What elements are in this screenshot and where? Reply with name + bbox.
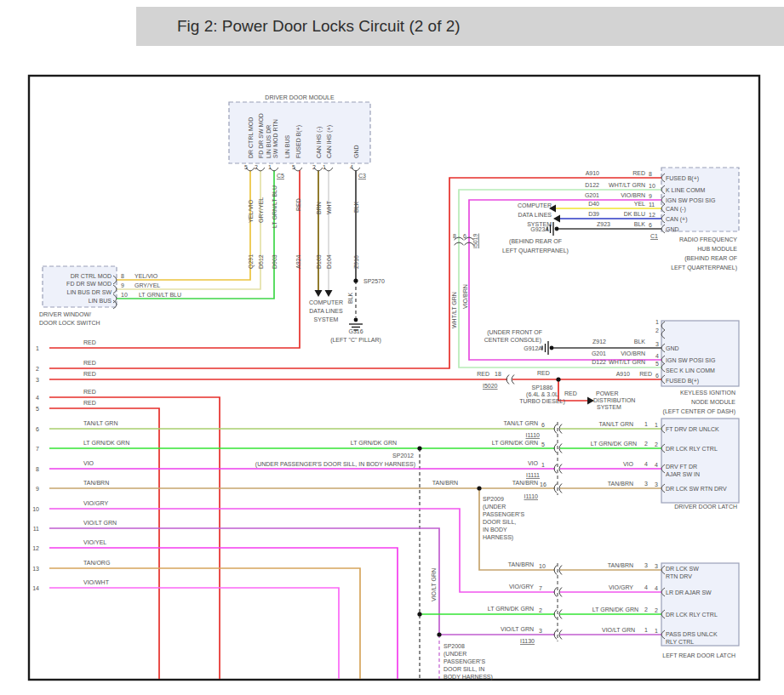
diagram-label: HARNESS) [483, 534, 513, 541]
diagram-label: LIN BUS DR SW [66, 289, 112, 295]
diagram-label: LIN BUS DR [266, 125, 272, 158]
diagram-label: COMPUTER [518, 202, 552, 208]
diagram-label: FD DR SW MOD [258, 113, 264, 158]
diagram-label: LIN BUS [89, 298, 112, 304]
diagram-label: D104 [326, 254, 332, 269]
diagram-label: 11 [649, 202, 655, 208]
diagram-label: RED [477, 371, 489, 377]
diagram-label: (6.4L & 3.0L [526, 391, 558, 398]
diagram-label: 3 [644, 562, 648, 568]
splice-sp2008 [437, 632, 441, 636]
diagram-label: DISTRIBUTION [593, 397, 635, 403]
diagram-label: DR LCK RLY CTRL [666, 612, 718, 618]
diagram-label: TAN/BRN [508, 561, 534, 567]
diagram-label: 16 [540, 481, 547, 487]
diagram-label: RED [83, 339, 96, 345]
diagram-label: BLK [634, 221, 646, 227]
diagram-label: 2 [644, 441, 648, 447]
diagram-label: 4 [644, 584, 648, 590]
diagram-label: KEYLESS IGNITION [680, 390, 735, 396]
wire-vio-wht [49, 588, 339, 679]
diagram-label: VIO/BRN [621, 192, 645, 198]
diagram-label: 3 [644, 481, 648, 487]
diagram-label: 9 [121, 282, 124, 288]
diagram-label: 13 [32, 566, 39, 572]
diagram-label: AJAR SW IN [666, 471, 700, 477]
diagram-label: (BEHIND REAR OF [509, 238, 562, 245]
diagram-label: 9 [36, 486, 39, 492]
diagram-label: VIO/WHT [83, 579, 110, 585]
wire-d512-gry-yel [117, 170, 260, 289]
diagram-label: SYSTEM [597, 404, 621, 410]
diagram-label: LR DR AJAR SW [666, 590, 712, 595]
diagram-label: Z912 [592, 339, 606, 345]
diagram-label: WHT/LT GRN [609, 182, 645, 188]
diagram-label: DRIVER DOOR MODULE [265, 94, 335, 100]
diagram-label: SP1886 [532, 385, 553, 390]
diagram-border [29, 76, 759, 680]
diagram-label: 3 [36, 377, 39, 383]
diagram-label: TAN/BRN [432, 480, 458, 486]
diagram-label: RED [639, 371, 652, 377]
diagram-label: 4 [655, 353, 659, 359]
diagram-label: A924 [295, 255, 301, 269]
diagram-label: GND [666, 345, 679, 351]
diagram-label: SP2008 [444, 643, 465, 649]
diagram-label: 6 [541, 422, 545, 428]
diagram-label: CAN IHS (+) [326, 125, 333, 158]
computer-data-lines-arrow-wht [325, 290, 333, 297]
diagram-label: IN BODY [483, 527, 507, 533]
diagram-label: RADIO FREQUENCY [679, 236, 737, 243]
diagram-label: LEFT REAR DOOR LATCH [662, 652, 735, 658]
diagram-label: DATA LINES [518, 212, 552, 218]
diagram-label: VIO [623, 461, 634, 467]
wire-g201-vio-brn [469, 200, 661, 360]
diagram-label: TURBO DIESEL) [519, 398, 565, 405]
diagram-label: 12 [32, 545, 39, 551]
diagram-label: DOOR LOCK SWITCH [39, 320, 100, 326]
diagram-label: 5 [541, 441, 545, 447]
diagram-label: Z916 [353, 255, 359, 269]
diagram-label: TAN/BRN [83, 480, 109, 486]
diagram-label: TAN/BRN [608, 481, 633, 487]
diagram-label: 2 [655, 607, 658, 613]
diagram-label: D903 [272, 254, 278, 269]
diagram-label: (BEHIND REAR OF [684, 255, 737, 262]
diagram-label: 6 [655, 373, 659, 379]
diagram-label: BLK [347, 292, 353, 304]
figure-page: Fig 2: Power Door Locks Circuit (2 of 2)… [0, 0, 784, 695]
diagram-label: DR LCK SW [666, 566, 699, 572]
diagram-label: Z923 [597, 221, 610, 227]
diagram-label: I1111 [526, 472, 540, 478]
diagram-label: I1130 [520, 638, 535, 644]
diagram-label: VIO/LT GRN [501, 626, 534, 632]
diagram-label: D122 [592, 359, 606, 365]
diagram-label: G923A [530, 226, 549, 232]
diagram-label: 8 [121, 273, 124, 279]
diagram-label: LIN BUS [284, 134, 290, 158]
diagram-label: 3 [655, 563, 658, 569]
diagram-label: 4 [655, 585, 658, 591]
diagram-label: 14 [32, 585, 39, 591]
diagram-label: A910 [586, 170, 599, 176]
diagram-label: VIO [83, 460, 94, 466]
diagram-label: I1110 [526, 432, 541, 438]
diagram-label: IGN SW POSI SIG [666, 357, 715, 363]
diagram-label: DRIVER DOOR LATCH [674, 504, 737, 510]
diagram-label: LT GRN/DK GRN [592, 607, 638, 612]
diagram-label: D103 [316, 254, 322, 269]
diagram-label: TAN/LT GRN [599, 421, 633, 427]
splice-sp2009 [477, 486, 481, 490]
diagram-label: FT DRV DR UNLCK [666, 426, 719, 432]
diagram-label: CENTER CONSOLE) [484, 337, 541, 344]
diagram-label: 2 [644, 607, 648, 612]
diagram-label: D40 [588, 201, 599, 207]
diagram-label: DOOR SILL, [483, 519, 516, 525]
diagram-label: 2 [36, 366, 39, 372]
diagram-label: I5019 [472, 233, 478, 248]
diagram-label: 1 [655, 628, 658, 634]
diagram-label: 6 [36, 426, 39, 432]
diagram-label: SW MOD RTN [272, 119, 278, 158]
splice-sp2012 [417, 446, 421, 450]
diagram-label: VIO/BRN [462, 284, 468, 309]
